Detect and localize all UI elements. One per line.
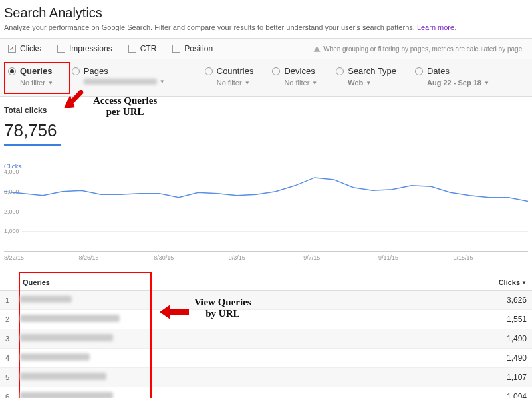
dimension-dates[interactable]: Dates Aug 22 - Sep 18▼ xyxy=(415,66,508,87)
chevron-down-icon: ▼ xyxy=(48,80,53,86)
dimension-queries[interactable]: Queries No filter▼ xyxy=(8,66,72,87)
chevron-down-icon: ▼ xyxy=(312,80,317,86)
chevron-down-icon: ▼ xyxy=(366,80,371,86)
query-cell xyxy=(20,373,106,382)
dim-label: Queries xyxy=(20,66,52,76)
metric-label: Position xyxy=(184,44,213,53)
dim-label: Pages xyxy=(84,66,108,76)
checkbox-icon xyxy=(172,45,180,53)
dimension-search-type[interactable]: Search Type Web▼ xyxy=(336,66,415,87)
row-index: 5 xyxy=(5,373,20,381)
warning-text: When grouping or filtering by pages, met… xyxy=(323,45,524,53)
radio-icon xyxy=(205,67,213,75)
dimension-pages[interactable]: Pages ▼ xyxy=(72,66,205,87)
chart-line xyxy=(4,172,528,251)
clicks-cell: 3,626 xyxy=(507,296,527,305)
blurred-text xyxy=(20,315,120,322)
row-index: 4 xyxy=(5,354,20,362)
table-row[interactable]: 31,490 xyxy=(0,329,532,349)
blurred-text xyxy=(20,334,113,341)
blurred-text xyxy=(20,373,106,380)
table-row[interactable]: 41,490 xyxy=(0,349,532,368)
dim-sub: Aug 22 - Sep 18 xyxy=(427,79,481,87)
query-cell xyxy=(20,296,72,305)
warning-icon xyxy=(313,45,321,53)
dim-label: Countries xyxy=(217,66,254,76)
blurred-text xyxy=(20,392,113,398)
table-row[interactable]: 13,626 xyxy=(0,291,532,310)
blurred-text xyxy=(20,296,72,303)
table-row[interactable]: 21,551 xyxy=(0,310,532,329)
checkbox-icon xyxy=(128,45,136,53)
chart-x-labels: 8/22/158/26/158/30/159/3/159/7/159/11/15… xyxy=(4,254,528,261)
clicks-cell: 1,094 xyxy=(507,392,527,398)
dimensions-row: Queries No filter▼ Pages ▼ Countries No … xyxy=(0,59,532,96)
row-index: 3 xyxy=(5,335,20,343)
metric-ctr[interactable]: CTR xyxy=(128,44,157,53)
radio-icon xyxy=(336,67,344,75)
table-header: Queries Clicks▼ xyxy=(0,274,532,291)
checkbox-checked-icon: ✓ xyxy=(8,45,16,53)
dim-sub: No filter xyxy=(284,79,309,87)
totals-value: 78,756 xyxy=(4,120,61,146)
subtitle-text: Analyze your performance on Google Searc… xyxy=(4,23,417,31)
dim-sub: No filter xyxy=(20,79,45,87)
metric-label: CTR xyxy=(140,44,157,53)
metric-clicks[interactable]: ✓ Clicks xyxy=(8,44,41,53)
page-title: Search Analytics xyxy=(4,5,528,21)
checkbox-icon xyxy=(57,45,65,53)
page-header: Search Analytics Analyze your performanc… xyxy=(0,0,532,38)
metric-label: Clicks xyxy=(20,44,41,53)
totals-block: Total clicks 78,756 xyxy=(0,97,532,150)
row-index: 2 xyxy=(5,315,20,323)
row-index: 6 xyxy=(5,393,20,398)
query-cell xyxy=(20,353,90,363)
chart-title: Clicks xyxy=(0,162,532,172)
clicks-cell: 1,551 xyxy=(507,315,527,324)
dimension-devices[interactable]: Devices No filter▼ xyxy=(272,66,336,87)
dim-label: Devices xyxy=(284,66,315,76)
radio-icon xyxy=(272,67,280,75)
table-row[interactable]: 61,094 xyxy=(0,387,532,398)
warning-note: When grouping or filtering by pages, met… xyxy=(313,45,524,53)
clicks-cell: 1,490 xyxy=(507,353,527,363)
chart-area: Clicks 1,0002,0003,0004,000 8/22/158/26/… xyxy=(0,162,532,261)
radio-icon xyxy=(415,67,423,75)
radio-icon xyxy=(72,67,80,75)
query-cell xyxy=(20,392,113,398)
col-clicks[interactable]: Clicks▼ xyxy=(499,278,527,286)
chevron-down-icon: ▼ xyxy=(160,79,165,85)
metric-label: Impressions xyxy=(69,44,112,53)
metric-impressions[interactable]: Impressions xyxy=(57,44,112,53)
radio-selected-icon xyxy=(8,67,16,75)
clicks-cell: 1,490 xyxy=(507,334,527,343)
clicks-cell: 1,107 xyxy=(507,373,527,382)
blurred-text xyxy=(20,353,90,361)
col-queries[interactable]: Queries xyxy=(23,278,50,286)
row-index: 1 xyxy=(5,296,20,304)
chevron-down-icon: ▼ xyxy=(245,80,250,86)
dimension-countries[interactable]: Countries No filter▼ xyxy=(205,66,273,87)
metrics-row: ✓ Clicks Impressions CTR Position When g… xyxy=(0,39,532,59)
table-row[interactable]: 51,107 xyxy=(0,368,532,387)
dim-label: Dates xyxy=(427,66,450,76)
learn-more-link[interactable]: Learn more xyxy=(417,23,454,31)
query-cell xyxy=(20,315,120,324)
queries-table: View Queries by URL Queries Clicks▼ 13,6… xyxy=(0,274,532,398)
dim-sub: Web xyxy=(348,79,363,87)
dim-sub: No filter xyxy=(217,79,242,87)
line-chart[interactable]: 1,0002,0003,0004,000 xyxy=(4,172,528,252)
page-subtitle: Analyze your performance on Google Searc… xyxy=(4,23,528,31)
chevron-down-icon: ▼ xyxy=(484,80,489,86)
toolbar: ✓ Clicks Impressions CTR Position When g… xyxy=(0,38,532,97)
dim-label: Search Type xyxy=(348,66,396,76)
metric-position[interactable]: Position xyxy=(172,44,213,53)
totals-label: Total clicks xyxy=(4,106,528,115)
blurred-text xyxy=(84,79,157,85)
sort-desc-icon: ▼ xyxy=(521,280,527,286)
query-cell xyxy=(20,334,113,343)
